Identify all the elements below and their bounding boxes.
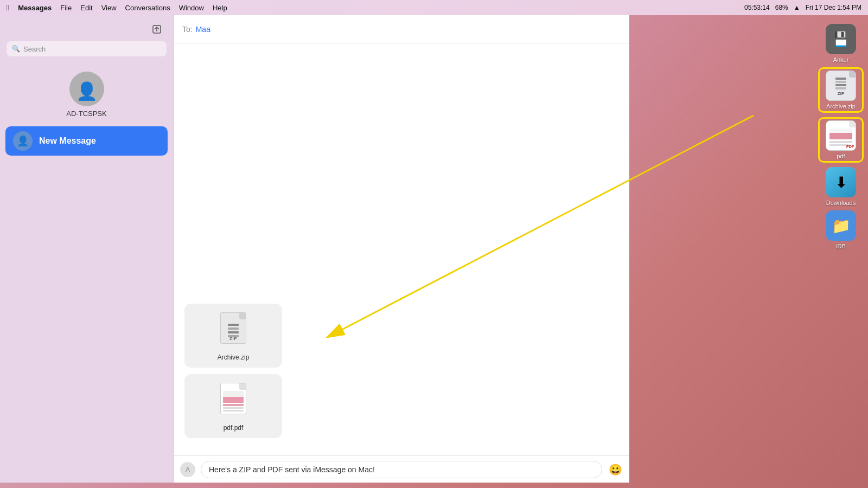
menu-messages[interactable]: Messages <box>18 4 52 12</box>
to-label: To: <box>182 25 193 34</box>
new-message-item[interactable]: 👤 New Message <box>5 126 168 156</box>
dock-right: 💾 Ankur ZIP Archive.zip <box>814 15 868 488</box>
wifi-icon: ▲ <box>794 4 800 11</box>
dock-ankur-label: Ankur <box>833 56 849 63</box>
menu-view[interactable]: View <box>101 4 117 12</box>
avatar: 👤 <box>69 72 104 106</box>
pdf-attachment[interactable]: pdf.pdf <box>184 374 282 438</box>
chat-header: To: Maa <box>174 15 629 43</box>
menu-window[interactable]: Window <box>179 4 204 12</box>
zip-attachment[interactable]: ZIP Archive.zip <box>184 304 282 368</box>
dock-item-pdf[interactable]: PDF pdf <box>821 120 860 159</box>
dock-downloads-label: Downloads <box>826 200 856 206</box>
search-placeholder: Search <box>23 45 46 53</box>
menu-help[interactable]: Help <box>213 4 227 12</box>
emoji-button[interactable]: 😀 <box>608 462 623 477</box>
dock-idb-label: iDB <box>836 243 846 249</box>
menubar-left:  Messages File Edit View Conversations … <box>7 3 227 12</box>
chat-area: To: Maa ZIP <box>174 15 629 483</box>
date-display: Fri 17 Dec 1:54 PM <box>806 4 861 11</box>
sidebar-titlebar <box>0 20 173 39</box>
dock-item-archive[interactable]: ZIP Archive.zip <box>821 70 860 110</box>
chat-body: ZIP Archive.zip <box>174 43 629 455</box>
dock-item-ankur[interactable]: 💾 Ankur <box>821 24 860 63</box>
sidebar: 🔍 Search 👤 AD-TCSPSK 👤 New Message <box>0 15 174 483</box>
contact-item[interactable]: 👤 AD-TCSPSK <box>0 63 173 122</box>
dock-archive-label: Archive.zip <box>826 103 856 110</box>
menu-edit[interactable]: Edit <box>80 4 92 12</box>
menubar-right: 05:53:14 68% ▲ Fri 17 Dec 1:54 PM <box>744 4 861 11</box>
recipient-name: Maa <box>196 25 210 34</box>
folder-icon: 📁 <box>832 217 851 235</box>
new-message-person-icon: 👤 <box>17 135 29 147</box>
pdf-file-icon <box>217 383 250 421</box>
dock-pdf-label: pdf <box>837 153 845 159</box>
search-icon: 🔍 <box>12 45 20 53</box>
dock-item-idb[interactable]: 📁 iDB <box>821 210 860 249</box>
downloads-icon: ⬇ <box>835 174 847 191</box>
chat-input-bar: A 😀 <box>174 455 629 483</box>
avatar-person-icon: 👤 <box>76 82 98 100</box>
time-display: 05:53:14 <box>744 4 770 11</box>
zip-filename: Archive.zip <box>218 354 250 361</box>
dock-archive-highlight: ZIP Archive.zip <box>818 67 864 113</box>
pdf-filename: pdf.pdf <box>224 424 244 432</box>
compose-button[interactable] <box>149 22 164 37</box>
new-message-label: New Message <box>39 136 96 146</box>
apps-button[interactable]: A <box>180 462 195 477</box>
menubar:  Messages File Edit View Conversations … <box>0 0 868 15</box>
menu-conversations[interactable]: Conversations <box>125 4 170 12</box>
apple-menu[interactable]:  <box>7 3 9 12</box>
message-input[interactable] <box>201 461 602 478</box>
menu-file[interactable]: File <box>60 4 72 12</box>
dock-pdf-highlight: PDF pdf <box>818 117 864 163</box>
messages-window: 🔍 Search 👤 AD-TCSPSK 👤 New Message To: M… <box>0 15 629 483</box>
dock-item-downloads[interactable]: ⬇ Downloads <box>821 167 860 206</box>
zip-file-icon: ZIP <box>217 312 250 350</box>
search-bar[interactable]: 🔍 Search <box>7 41 167 56</box>
contact-name: AD-TCSPSK <box>66 110 106 118</box>
new-message-avatar: 👤 <box>13 131 33 151</box>
battery-display: 68% <box>775 4 788 11</box>
